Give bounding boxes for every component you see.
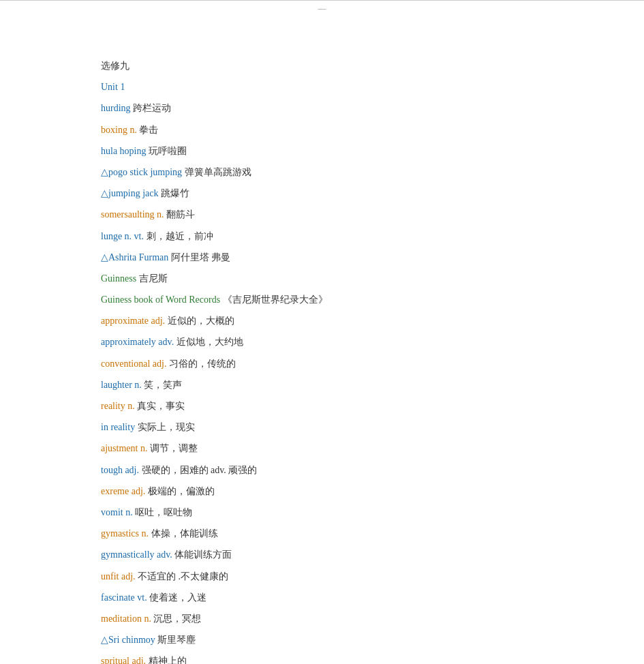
entry-english: approximate adj. — [101, 316, 165, 326]
entry-chinese: 阿什里塔 弗曼 — [168, 252, 230, 262]
entry-english: Guinness — [101, 273, 136, 284]
entry-english: laughter n. — [101, 380, 142, 390]
list-item: unfit adj. 不适宜的 .不太健康的 — [101, 568, 613, 585]
entry-chinese: 近似地，大约地 — [174, 337, 243, 347]
entry-chinese: 笑，笑声 — [142, 380, 183, 390]
list-item: △pogo stick jumping 弹簧单高跳游戏 — [101, 164, 613, 181]
entry-chinese: 呕吐，呕吐物 — [133, 507, 193, 517]
entry-english: ajustment n. — [101, 443, 147, 453]
list-item: fascinate vt. 使着迷，入迷 — [101, 589, 613, 606]
entry-english: tough adj. — [101, 465, 139, 475]
entry-chinese: 精神上的 — [146, 656, 187, 664]
entry-chinese: 跳爆竹 — [159, 188, 190, 198]
entry-chinese: 玩呼啦圈 — [147, 146, 187, 156]
list-item: meditation n. 沉思，冥想 — [101, 610, 613, 627]
list-item: gymastics n. 体操，体能训练 — [101, 525, 613, 542]
list-item: hurding 跨栏运动 — [101, 100, 613, 117]
entry-english: somersaulting n. — [101, 209, 164, 220]
entry-chinese: 近似的，大概的 — [165, 316, 234, 326]
list-item: exreme adj. 极端的，偏激的 — [101, 483, 613, 500]
entry-english: meditation n. — [101, 614, 151, 624]
top-bar-dash: — — [318, 3, 326, 14]
entry-chinese: 调节，调整 — [147, 443, 198, 453]
entry-chinese: 使着迷，入迷 — [147, 592, 207, 603]
entry-chinese: 翻筋斗 — [164, 209, 196, 220]
list-item: somersaulting n. 翻筋斗 — [101, 206, 613, 223]
list-item: Guiness book of Word Records 《吉尼斯世界纪录大全》 — [101, 291, 613, 308]
entry-english: gymastics n. — [101, 528, 149, 539]
list-item: Guinness 吉尼斯 — [101, 270, 613, 287]
entry-english: Guiness book of Word Records — [101, 295, 220, 305]
entry-chinese: 《吉尼斯世界纪录大全》 — [220, 295, 328, 305]
entry-english: unfit adj. — [101, 571, 136, 582]
entry-chinese: 体能训练方面 — [172, 549, 232, 560]
entry-english: hula hoping — [101, 146, 147, 156]
list-item: △jumping jack 跳爆竹 — [101, 185, 613, 202]
section-title-text: 选修九 — [101, 61, 129, 71]
entry-english: conventional adj. — [101, 359, 166, 369]
entry-english: vomit n. — [101, 507, 133, 517]
list-item: ajustment n. 调节，调整 — [101, 440, 613, 457]
entries-list: hurding 跨栏运动boxing n. 拳击hula hoping 玩呼啦圈… — [101, 100, 613, 664]
list-item: conventional adj. 习俗的，传统的 — [101, 355, 613, 372]
entry-chinese: 习俗的，传统的 — [166, 359, 236, 369]
list-item: △Ashrita Furman 阿什里塔 弗曼 — [101, 249, 613, 266]
list-item: lunge n. vt. 刺，越近，前冲 — [101, 228, 613, 245]
entry-english: △Ashrita Furman — [101, 252, 168, 262]
entry-english: lunge n. vt. — [101, 231, 144, 241]
list-item: boxing n. 拳击 — [101, 121, 613, 138]
top-bar: — — [0, 0, 644, 16]
entry-english: gymnastically adv. — [101, 549, 172, 560]
list-item: vomit n. 呕吐，呕吐物 — [101, 504, 613, 521]
entry-chinese: 不适宜的 .不太健康的 — [136, 571, 229, 582]
list-item: approximately adv. 近似地，大约地 — [101, 333, 613, 350]
entry-english: fascinate vt. — [101, 592, 147, 603]
content-area: 选修九 Unit 1 hurding 跨栏运动boxing n. 拳击hula … — [0, 16, 613, 664]
list-item: tough adj. 强硬的，困难的 adv. 顽强的 — [101, 462, 613, 479]
entry-english: △jumping jack — [101, 188, 159, 198]
entry-chinese: 沉思，冥想 — [151, 614, 202, 624]
entry-chinese: 吉尼斯 — [136, 273, 168, 284]
list-item: laughter n. 笑，笑声 — [101, 376, 613, 393]
entry-english: spritual adj. — [101, 656, 146, 664]
entry-chinese: 跨栏运动 — [131, 103, 172, 113]
entry-english: hurding — [101, 103, 131, 113]
list-item: hula hoping 玩呼啦圈 — [101, 142, 613, 160]
list-item: gymnastically adv. 体能训练方面 — [101, 546, 613, 563]
unit-label-text: Unit 1 — [101, 82, 125, 92]
section-title: 选修九 — [101, 57, 613, 74]
entry-chinese: 真实，事实 — [135, 401, 185, 411]
list-item: spritual adj. 精神上的 — [101, 652, 613, 664]
list-item: in reality 实际上，现实 — [101, 419, 613, 436]
unit-label: Unit 1 — [101, 78, 613, 95]
entry-english: in reality — [101, 422, 135, 432]
entry-english: boxing n. — [101, 125, 137, 135]
entry-chinese: 斯里琴塵 — [155, 635, 196, 645]
entry-english: approximately adv. — [101, 337, 174, 347]
list-item: approximate adj. 近似的，大概的 — [101, 312, 613, 329]
entry-chinese: 弹簧单高跳游戏 — [182, 167, 251, 177]
entry-english: △Sri chinmoy — [101, 635, 155, 645]
entry-english: reality n. — [101, 401, 135, 411]
entry-chinese: 体操，体能训练 — [149, 528, 218, 539]
entry-english: △pogo stick jumping — [101, 167, 182, 177]
entry-chinese: 拳击 — [137, 125, 159, 135]
entry-chinese: 实际上，现实 — [135, 422, 195, 432]
entry-english: exreme adj. — [101, 486, 145, 496]
entry-chinese: 刺，越近，前冲 — [144, 231, 213, 241]
entry-chinese: 强硬的，困难的 adv. 顽强的 — [139, 465, 257, 475]
list-item: reality n. 真实，事实 — [101, 397, 613, 414]
list-item: △Sri chinmoy 斯里琴塵 — [101, 631, 613, 648]
entry-chinese: 极端的，偏激的 — [145, 486, 215, 496]
